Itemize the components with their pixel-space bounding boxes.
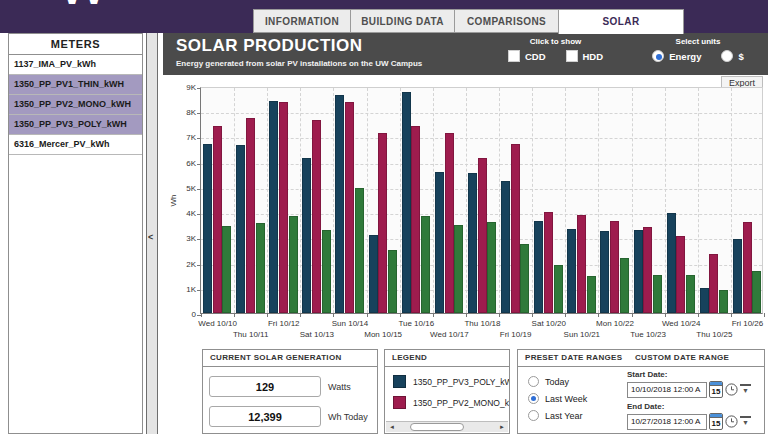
bar-1350-pp-pv3-poly-kwh[interactable] bbox=[534, 221, 543, 313]
bar-1350-pp-pv1-thin-kwh[interactable] bbox=[322, 230, 331, 313]
bar-1350-pp-pv1-thin-kwh[interactable] bbox=[620, 258, 629, 313]
x-tickmark bbox=[466, 313, 467, 317]
clock-icon[interactable] bbox=[725, 383, 738, 396]
bar-1350-pp-pv2-mono-kwh[interactable] bbox=[411, 126, 420, 313]
bar-1350-pp-pv3-poly-kwh[interactable] bbox=[335, 95, 344, 313]
bar-1350-pp-pv2-mono-kwh[interactable] bbox=[378, 133, 387, 313]
sidebar-item-1350-pp-pv2-mono-kwh[interactable]: 1350_PP_PV2_MONO_kWH bbox=[9, 95, 142, 115]
radio-item-last-year[interactable]: Last Year bbox=[528, 410, 587, 421]
legend-scrollbar[interactable]: ◄ ► bbox=[386, 421, 508, 432]
radio-today-icon[interactable] bbox=[528, 376, 539, 387]
x-tick-label: Fri 10/19 bbox=[488, 330, 544, 339]
x-tickmark bbox=[665, 313, 666, 317]
bar-1350-pp-pv1-thin-kwh[interactable] bbox=[686, 275, 695, 313]
bar-1350-pp-pv3-poly-kwh[interactable] bbox=[634, 230, 643, 313]
bar-1350-pp-pv3-poly-kwh[interactable] bbox=[501, 181, 510, 313]
tab-solar[interactable]: SOLAR bbox=[558, 9, 684, 34]
start-date-input[interactable]: 10/10/2018 12:00 A bbox=[627, 382, 707, 398]
bar-1350-pp-pv2-mono-kwh[interactable] bbox=[544, 212, 553, 313]
bar-1350-pp-pv3-poly-kwh[interactable] bbox=[700, 288, 709, 313]
end-date-input[interactable]: 10/27/2018 12:00 A bbox=[627, 414, 707, 430]
bar-1350-pp-pv1-thin-kwh[interactable] bbox=[355, 188, 364, 313]
sidebar-item-1137-ima-pv-kwh[interactable]: 1137_IMA_PV_kWh bbox=[9, 55, 142, 75]
bar-1350-pp-pv1-thin-kwh[interactable] bbox=[554, 265, 563, 313]
radio-item-today[interactable]: Today bbox=[528, 376, 587, 387]
radio-energy-icon[interactable] bbox=[652, 50, 664, 62]
bar-1350-pp-pv2-mono-kwh[interactable] bbox=[312, 120, 321, 313]
bar-1350-pp-pv2-mono-kwh[interactable] bbox=[743, 222, 752, 313]
bar-1350-pp-pv3-poly-kwh[interactable] bbox=[733, 239, 742, 313]
bar-1350-pp-pv1-thin-kwh[interactable] bbox=[752, 271, 761, 313]
bar-1350-pp-pv3-poly-kwh[interactable] bbox=[567, 229, 576, 313]
bar-1350-pp-pv3-poly-kwh[interactable] bbox=[269, 101, 278, 313]
bar-1350-pp-pv1-thin-kwh[interactable] bbox=[222, 226, 231, 313]
generation-value-field[interactable]: 12,399 bbox=[209, 406, 321, 427]
bar-1350-pp-pv3-poly-kwh[interactable] bbox=[203, 144, 212, 313]
bar-1350-pp-pv2-mono-kwh[interactable] bbox=[478, 158, 487, 313]
checkbox-item-cdd[interactable]: CDD bbox=[508, 50, 546, 62]
bar-1350-pp-pv1-thin-kwh[interactable] bbox=[454, 225, 463, 313]
bar-1350-pp-pv2-mono-kwh[interactable] bbox=[246, 118, 255, 313]
bar-1350-pp-pv1-thin-kwh[interactable] bbox=[256, 223, 265, 313]
radio-item-[interactable]: $ bbox=[721, 50, 743, 62]
bar-1350-pp-pv2-mono-kwh[interactable] bbox=[511, 144, 520, 313]
bar-1350-pp-pv3-poly-kwh[interactable] bbox=[667, 213, 676, 313]
sidebar-item-1350-pp-pv3-poly-kwh[interactable]: 1350_PP_PV3_POLY_kWH bbox=[9, 115, 142, 135]
bar-1350-pp-pv2-mono-kwh[interactable] bbox=[676, 236, 685, 313]
dropdown-icon[interactable]: ▼ bbox=[740, 384, 751, 396]
bar-1350-pp-pv2-mono-kwh[interactable] bbox=[610, 221, 619, 313]
bar-1350-pp-pv2-mono-kwh[interactable] bbox=[643, 227, 652, 313]
bar-1350-pp-pv3-poly-kwh[interactable] bbox=[435, 172, 444, 313]
bar-1350-pp-pv1-thin-kwh[interactable] bbox=[587, 276, 596, 313]
tab-building-data[interactable]: BUILDING DATA bbox=[350, 9, 454, 33]
radio-item-last-week[interactable]: Last Week bbox=[528, 393, 587, 404]
bar-1350-pp-pv3-poly-kwh[interactable] bbox=[369, 235, 378, 313]
scroll-right-arrow-icon[interactable]: ► bbox=[496, 424, 508, 430]
legend-scrollbar-track[interactable] bbox=[398, 422, 496, 432]
bar-1350-pp-pv3-poly-kwh[interactable] bbox=[468, 173, 477, 313]
radio-last-year-icon[interactable] bbox=[528, 410, 539, 421]
bar-1350-pp-pv3-poly-kwh[interactable] bbox=[302, 158, 311, 313]
preset-date-ranges-title: PRESET DATE RANGES bbox=[525, 350, 635, 366]
bar-1350-pp-pv3-poly-kwh[interactable] bbox=[600, 231, 609, 313]
checkbox-label-hdd: HDD bbox=[583, 51, 604, 62]
y-tick-label: 1K bbox=[170, 285, 196, 294]
clock-icon[interactable] bbox=[725, 415, 738, 428]
bar-1350-pp-pv2-mono-kwh[interactable] bbox=[577, 215, 586, 313]
calendar-icon[interactable]: 15 bbox=[709, 413, 723, 430]
gridline-vertical bbox=[565, 88, 566, 313]
bar-1350-pp-pv1-thin-kwh[interactable] bbox=[289, 216, 298, 313]
bar-1350-pp-pv2-mono-kwh[interactable] bbox=[709, 254, 718, 313]
generation-value-field[interactable]: 129 bbox=[209, 376, 321, 397]
tab-information[interactable]: INFORMATION bbox=[253, 9, 350, 33]
radio-item-energy[interactable]: Energy bbox=[652, 50, 701, 62]
chevron-left-icon[interactable]: < bbox=[148, 232, 153, 242]
calendar-icon[interactable]: 15 bbox=[709, 381, 723, 398]
bar-1350-pp-pv1-thin-kwh[interactable] bbox=[719, 290, 728, 313]
checkbox-cdd-icon[interactable] bbox=[508, 50, 520, 62]
sidebar-item-6316-mercer-pv-kwh[interactable]: 6316_Mercer_PV_kWh bbox=[9, 135, 142, 155]
bar-1350-pp-pv3-poly-kwh[interactable] bbox=[236, 145, 245, 313]
radio--icon[interactable] bbox=[721, 50, 733, 62]
tab-comparisons[interactable]: COMPARISONS bbox=[454, 9, 558, 33]
x-tick-label: Wed 10/10 bbox=[190, 319, 246, 328]
bar-1350-pp-pv1-thin-kwh[interactable] bbox=[388, 250, 397, 313]
radio-last-week-icon[interactable] bbox=[528, 393, 539, 404]
checkbox-item-hdd[interactable]: HDD bbox=[566, 50, 604, 62]
legend-scrollbar-thumb[interactable] bbox=[410, 423, 464, 431]
sidebar-collapse-handle[interactable]: < bbox=[146, 33, 158, 434]
bar-1350-pp-pv1-thin-kwh[interactable] bbox=[487, 222, 496, 313]
bar-1350-pp-pv2-mono-kwh[interactable] bbox=[345, 102, 354, 313]
checkbox-hdd-icon[interactable] bbox=[566, 50, 578, 62]
dropdown-icon[interactable]: ▼ bbox=[740, 416, 751, 428]
sidebar-item-1350-pp-pv1-thin-kwh[interactable]: 1350_PP_PV1_THIN_kWH bbox=[9, 75, 142, 95]
bar-1350-pp-pv3-poly-kwh[interactable] bbox=[402, 92, 411, 313]
bar-1350-pp-pv1-thin-kwh[interactable] bbox=[421, 216, 430, 313]
bar-1350-pp-pv2-mono-kwh[interactable] bbox=[445, 133, 454, 313]
bar-1350-pp-pv1-thin-kwh[interactable] bbox=[653, 275, 662, 313]
bar-1350-pp-pv2-mono-kwh[interactable] bbox=[213, 126, 222, 313]
bar-1350-pp-pv1-thin-kwh[interactable] bbox=[520, 244, 529, 313]
scroll-left-arrow-icon[interactable]: ◄ bbox=[386, 424, 398, 430]
x-tick-label: Tue 10/23 bbox=[620, 330, 676, 339]
bar-1350-pp-pv2-mono-kwh[interactable] bbox=[279, 102, 288, 313]
